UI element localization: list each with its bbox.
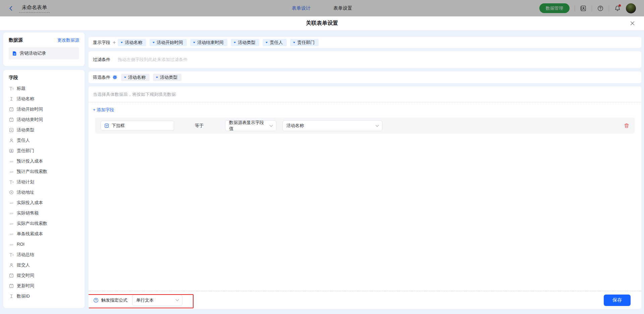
field-label: 提交时间 [17,272,34,278]
form-doc-icon [12,51,17,56]
display-field-chip[interactable]: 责任部门 [290,39,319,46]
field-type-icon [9,180,14,184]
display-fields-label: 显示字段 [93,40,110,46]
field-type-icon [9,252,14,257]
filter-condition-row[interactable]: 过滤条件 拖动左侧字段到此处来添加过滤条件 [89,51,641,68]
source-type-select[interactable]: 数据源表显示字段值 [225,120,276,131]
field-item[interactable]: 123 实际投入成本 [9,197,79,208]
field-item[interactable]: 123 预计投入成本 [9,156,79,166]
top-header: 未命名表单 表单设计 表单设置 数据管理 [0,0,644,16]
trash-icon[interactable] [624,123,629,128]
field-type-icon: 7 [9,284,14,288]
screen-condition-label: 筛选条件 [93,74,110,80]
field-item[interactable]: 7 提交时间 [9,270,79,280]
chip-label: 活动名称 [125,40,142,46]
screen-condition-chip[interactable]: 活动名称 [121,74,150,81]
field-type-icon [9,190,14,195]
dropdown-select-icon [104,123,109,128]
chip-label: 活动结束时间 [197,40,223,46]
chip-label: 责任部门 [297,40,315,46]
field-item[interactable]: 123 ROI [9,239,79,249]
field-item[interactable]: 标题 [9,83,79,93]
add-display-field-button[interactable]: + [113,40,116,45]
chevron-down-icon [270,123,273,127]
field-label: 更新时间 [17,283,34,289]
field-type-icon [9,294,14,299]
modal-header: 关联表单设置 [0,16,644,30]
display-field-chip[interactable]: 活动名称 [118,39,146,46]
trigger-formula-select[interactable]: 单行文本 [132,295,182,306]
field-type-icon: 123 [9,242,14,247]
field-label: 活动类型 [17,127,34,133]
fill-rule-panel: 当选择具体数据后，将按如下规则填充数据 + 添加字段 下拉框 等于 数据源表显示… [89,86,641,309]
datasource-title: 数据源 [9,37,23,43]
display-field-chip[interactable]: 活动类型 [231,39,259,46]
field-item[interactable]: 责任人 [9,135,79,145]
operator-label: 等于 [195,123,204,129]
field-label: 活动地址 [17,189,34,195]
field-type-icon [9,97,14,101]
svg-text:123: 123 [9,222,13,225]
field-label: 单条线索成本 [17,231,43,237]
trigger-formula-label: 触发指定公式 [101,297,127,303]
field-item[interactable]: 123 实际产出线索数 [9,218,79,229]
svg-text:123: 123 [9,212,13,214]
field-label: ROI [17,242,24,247]
field-item[interactable]: 责任部门 [9,145,79,156]
target-field-value: 下拉框 [112,123,125,129]
main-content: 显示字段 + 活动名称 活动开始时间 [89,37,641,309]
field-item[interactable]: 123 单条线索成本 [9,229,79,239]
field-item[interactable]: 数据ID [9,291,79,301]
field-type-icon: 123 [9,232,14,236]
field-item[interactable]: 活动地址 [9,187,79,197]
fields-title: 字段 [9,75,79,81]
rule-condition-row: 下拉框 等于 数据源表显示字段值 活动名称 [95,118,635,134]
field-item[interactable]: 活动类型 [9,125,79,135]
display-field-chip[interactable]: 活动开始时间 [150,39,187,46]
display-field-chip[interactable]: 活动结束时间 [190,39,227,46]
datasource-item[interactable]: 营销活动记录 [9,47,79,59]
chevron-down-icon [376,123,379,127]
source-field-select[interactable]: 活动名称 [282,120,382,131]
field-item[interactable]: 活动总结 [9,249,79,260]
field-list: 标题 活动名称 7 活动开始时间 7 [9,83,79,301]
question-circle-icon[interactable] [93,298,99,303]
caret-down-icon [121,42,123,43]
field-item[interactable]: 活动计划 [9,177,79,187]
trigger-formula-value: 单行文本 [136,297,154,303]
field-item[interactable]: 7 更新时间 [9,280,79,291]
field-label: 活动计划 [17,179,34,185]
field-item[interactable]: 7 活动开始时间 [9,104,79,114]
add-field-link[interactable]: + 添加字段 [89,102,118,113]
close-icon[interactable] [630,21,635,26]
screen-condition-chip[interactable]: 活动类型 [153,74,181,81]
field-item[interactable]: 123 预计产出线索数 [9,166,79,177]
display-field-chips: 活动名称 活动开始时间 活动结束时间 [118,39,319,46]
svg-text:123: 123 [9,201,13,204]
field-item[interactable]: 123 实际销售额 [9,208,79,218]
caret-down-icon [156,77,158,78]
target-field-select[interactable]: 下拉框 [101,121,174,131]
field-label: 活动结束时间 [17,117,43,123]
change-datasource-link[interactable]: 更改数据源 [57,37,79,43]
field-type-icon: 123 [9,221,14,226]
field-item[interactable]: 7 活动结束时间 [9,114,79,125]
source-field-value: 活动名称 [286,123,304,129]
field-type-icon [9,128,14,132]
spacer [89,134,641,291]
field-type-icon: 7 [9,117,14,122]
save-button[interactable]: 保存 [604,295,631,306]
caret-down-icon [293,42,295,43]
field-type-icon: 123 [9,159,14,164]
gear-icon[interactable] [113,75,117,79]
field-item[interactable]: 活动名称 [9,93,79,104]
field-label: 活动名称 [17,96,34,102]
svg-text:7: 7 [11,119,12,121]
field-label: 预计产出线索数 [17,169,47,175]
modal-backdrop [0,0,644,16]
caret-down-icon [266,42,268,43]
field-item[interactable]: 提交人 [9,260,79,270]
chip-label: 活动类型 [160,74,177,80]
caret-down-icon [234,42,236,43]
display-field-chip[interactable]: 责任人 [263,39,287,46]
